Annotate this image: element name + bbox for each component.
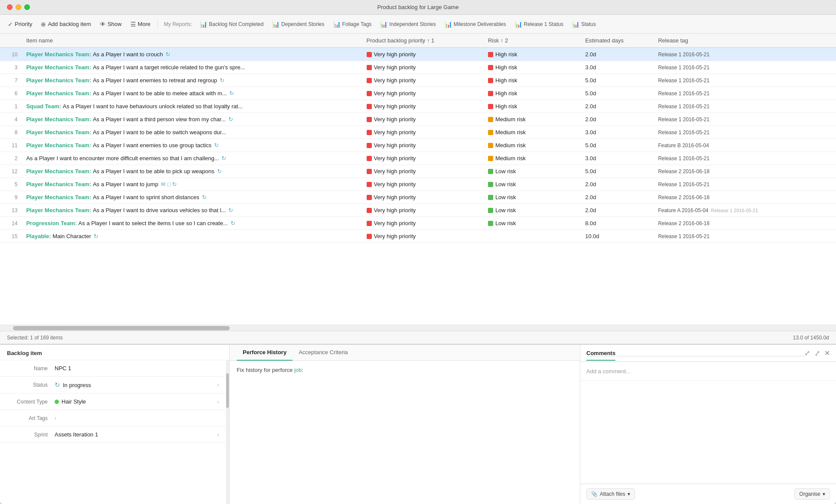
value-content-type: Hair Style ›: [55, 398, 219, 405]
report-backlog-not-completed[interactable]: 📊 Backlog Not Completed: [196, 19, 267, 29]
table-row[interactable]: 6Player Mechanics Team: As a Player I wa…: [0, 87, 836, 100]
row-priority: Very high priority: [362, 165, 484, 178]
tab-content-perforce: Fix history for perforce job:: [230, 361, 580, 504]
field-status[interactable]: Status ↻ In progress ›: [0, 377, 226, 394]
scrollbar-thumb[interactable]: [13, 326, 230, 330]
table-row[interactable]: 15Playable: Main Character↻Very high pri…: [0, 230, 836, 243]
col-priority[interactable]: Product backlog priority ↑ 1: [362, 34, 484, 48]
row-name: Player Mechanics Team: As a Player I wan…: [22, 165, 362, 178]
table-row[interactable]: 11Player Mechanics Team: As a Player I w…: [0, 139, 836, 152]
show-button[interactable]: 👁 Show: [96, 19, 125, 29]
table-row[interactable]: 4Player Mechanics Team: As a Player I wa…: [0, 113, 836, 126]
row-priority: Very high priority: [362, 100, 484, 113]
row-release: Release 1 2016-05-21: [654, 48, 836, 61]
horizontal-scrollbar[interactable]: [0, 325, 836, 331]
bar-chart-icon-2: 📊: [272, 21, 280, 28]
status-bar: Selected: 1 of 169 items 13.0 of 1450.0d: [0, 331, 836, 344]
row-est: 10.0d: [581, 230, 654, 243]
risk-dot: [488, 65, 493, 70]
row-priority: Very high priority: [362, 74, 484, 87]
form-scrollbar[interactable]: [226, 360, 229, 504]
add-comment-input[interactable]: Add a comment...: [580, 362, 836, 381]
attach-files-button[interactable]: 📎 Attach files ▾: [586, 488, 635, 500]
row-num: 11: [0, 139, 22, 152]
add-backlog-button[interactable]: ⊕ Add backlog item: [37, 19, 94, 29]
window-title: Product backlog for Large Game: [377, 4, 459, 10]
maximize-button[interactable]: [24, 4, 30, 10]
row-priority: Very high priority: [362, 191, 484, 204]
team-name: Player Mechanics Team:: [26, 194, 93, 200]
release-extra: Release 1 2016-05-21: [711, 208, 758, 213]
table-row[interactable]: 1Squad Team: As a Player I want to have …: [0, 100, 836, 113]
report-dependent-stories[interactable]: 📊 Dependent Stories: [269, 19, 328, 29]
row-release: Release 1 2016-05-21: [654, 152, 836, 165]
close-icon[interactable]: ✕: [824, 349, 830, 357]
in-progress-icon: ↻: [55, 381, 60, 389]
table-row[interactable]: 7Player Mechanics Team: As a Player I wa…: [0, 74, 836, 87]
col-release[interactable]: Release tag: [654, 34, 836, 48]
report-foliage-tags[interactable]: 📊 Foliage Tags: [330, 19, 375, 29]
field-sprint[interactable]: Sprint Assets Iteration 1 ›: [0, 426, 226, 443]
row-priority: Very high priority: [362, 48, 484, 61]
row-est: 2.0d: [581, 191, 654, 204]
more-button[interactable]: ☰ More: [127, 19, 154, 29]
tab-perforce-history[interactable]: Perforce History: [237, 345, 293, 361]
toolbar: ✓ Priority ⊕ Add backlog item 👁 Show ☰ M…: [0, 15, 836, 34]
row-risk: Low risk: [484, 165, 581, 178]
row-risk: [484, 230, 581, 243]
comments-tab[interactable]: Comments: [586, 350, 615, 361]
col-name[interactable]: Item name: [22, 34, 362, 48]
field-content-type[interactable]: Content Type Hair Style ›: [0, 394, 226, 410]
value-status: ↻ In progress ›: [55, 381, 219, 389]
row-risk: Low risk: [484, 191, 581, 204]
table-row[interactable]: 5Player Mechanics Team: As a Player I wa…: [0, 178, 836, 191]
report-release-1-status[interactable]: 📊 Release 1 Status: [511, 19, 567, 29]
bar-chart-icon-3: 📊: [333, 21, 341, 28]
expand-icon[interactable]: ⤢: [804, 349, 810, 357]
detail-right: Comments ⤢ ⤤ ✕ Add a comment... 📎 Attach…: [580, 345, 836, 504]
team-name: Playable:: [26, 233, 52, 239]
check-icon: ✓: [8, 21, 13, 28]
row-priority: Very high priority: [362, 152, 484, 165]
row-priority: Very high priority: [362, 139, 484, 152]
risk-dot: [488, 195, 493, 200]
table-row[interactable]: 8Player Mechanics Team: As a Player I wa…: [0, 126, 836, 139]
row-risk: High risk: [484, 87, 581, 100]
col-risk[interactable]: Risk ↑ 2: [484, 34, 581, 48]
row-release: Release 2 2016-06-18: [654, 217, 836, 230]
table-row[interactable]: 2As a Player I want to encounter more di…: [0, 152, 836, 165]
table-row[interactable]: 12Player Mechanics Team: As a Player I w…: [0, 165, 836, 178]
priority-button[interactable]: ✓ Priority: [4, 19, 36, 29]
row-name: Player Mechanics Team: As a Player I wan…: [22, 113, 362, 126]
report-milestone-deliverables[interactable]: 📊 Milestone Deliverables: [441, 19, 510, 29]
close-button[interactable]: [7, 4, 13, 10]
row-priority: Very high priority: [362, 204, 484, 217]
tabs-bar: Perforce History Acceptance Criteria: [230, 345, 580, 361]
table-scroll[interactable]: Item name Product backlog priority ↑ 1 R…: [0, 34, 836, 325]
report-label-3: Foliage Tags: [342, 21, 372, 27]
table-row[interactable]: 3Player Mechanics Team: As a Player I wa…: [0, 61, 836, 74]
report-independent-stories[interactable]: 📊 Independent Stories: [377, 19, 439, 29]
priority-dot: [367, 195, 372, 200]
row-num: 14: [0, 217, 22, 230]
col-est[interactable]: Estimated days: [581, 34, 654, 48]
table-row[interactable]: 14Progression Team: As a Player I want t…: [0, 217, 836, 230]
row-est: 5.0d: [581, 87, 654, 100]
organise-button[interactable]: Organise ▾: [794, 488, 830, 500]
detail-form-title: Backlog item: [0, 345, 229, 360]
row-num: 13: [0, 204, 22, 217]
perforce-job-link[interactable]: job: [294, 367, 302, 373]
tab-acceptance-criteria[interactable]: Acceptance Criteria: [293, 345, 354, 361]
row-release: Release 2 2016-06-18: [654, 165, 836, 178]
row-name: Playable: Main Character↻: [22, 230, 362, 243]
table-row[interactable]: 9Player Mechanics Team: As a Player I wa…: [0, 191, 836, 204]
row-icons: ↻: [229, 90, 234, 97]
title-bar: Product backlog for Large Game: [0, 0, 836, 15]
report-status[interactable]: 📊 Status: [569, 19, 599, 29]
table-row[interactable]: 10Player Mechanics Team: As a Player I w…: [0, 48, 836, 61]
table-row[interactable]: 13Player Mechanics Team: As a Player I w…: [0, 204, 836, 217]
field-art-tags[interactable]: Art Tags ›: [0, 410, 226, 426]
minimize-button[interactable]: [16, 4, 21, 10]
external-link-icon[interactable]: ⤤: [814, 349, 820, 357]
team-name: Player Mechanics Team:: [26, 64, 93, 71]
